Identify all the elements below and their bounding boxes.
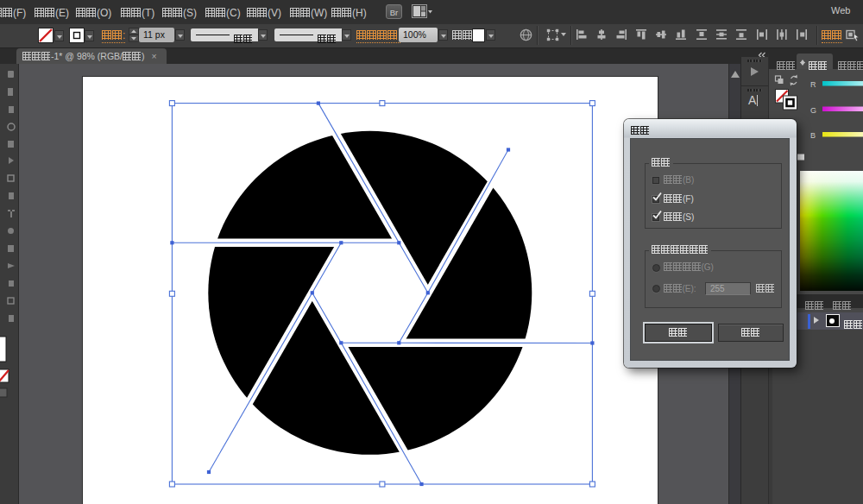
svg-text:G: G	[810, 106, 816, 115]
svg-text:B: B	[810, 131, 816, 140]
svg-text:R: R	[810, 80, 816, 89]
